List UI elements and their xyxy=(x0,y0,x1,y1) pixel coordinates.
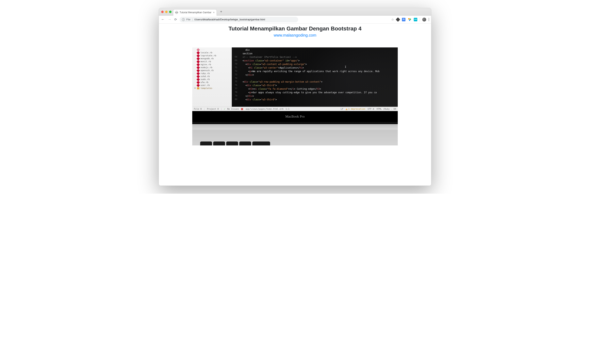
ruby-icon xyxy=(197,57,200,60)
minimize-window-button[interactable] xyxy=(165,11,168,13)
line-number: 74 xyxy=(232,77,240,80)
file-label: locale.rb xyxy=(201,51,212,54)
code-line: section> xyxy=(232,52,398,55)
code-line: 75 <div class="w3-row-padding w3-margin-… xyxy=(232,80,398,84)
file-label: sshd.rb xyxy=(201,75,210,78)
tree-file: ufw.rb xyxy=(192,81,232,84)
ruby-icon xyxy=(197,54,200,57)
line-number: 80 xyxy=(232,98,240,101)
code-line: 71 <h1 class="w3-center">Applications</h… xyxy=(232,66,398,70)
ruby-icon xyxy=(197,75,200,78)
laptop-keyboard xyxy=(192,130,398,145)
ruby-icon xyxy=(197,63,200,66)
tree-file: monit.rb xyxy=(192,60,232,63)
extension-confetti-icon[interactable] xyxy=(408,18,411,21)
chevron-down-icon xyxy=(194,88,196,89)
titlebar: Tutorial Menampilkan Gambar × + xyxy=(159,8,431,16)
ruby-icon xyxy=(197,60,200,63)
toolbar-right: ☆ Fl TFF xyxy=(391,18,429,21)
square-icon xyxy=(241,108,243,110)
maximize-window-button[interactable] xyxy=(169,11,171,13)
page-content: Tutorial Menampilkan Gambar Dengan Boots… xyxy=(159,24,431,186)
laptop-brand: MacBook Pro xyxy=(285,115,305,119)
new-tab-button[interactable]: + xyxy=(218,9,224,15)
profile-avatar[interactable] xyxy=(422,18,426,21)
file-label: nodejs.rb xyxy=(201,66,212,69)
tree-file: nginx.rb xyxy=(192,63,232,66)
content-image: ——— locale.rblogrotate.rbmongodb.rbmonit… xyxy=(192,47,398,145)
status-lang: HTML (Ruby - ER xyxy=(377,108,396,110)
site-info-icon[interactable]: i xyxy=(182,18,185,21)
code-line: 79 </div> xyxy=(232,94,398,98)
folder-label: templates xyxy=(201,87,212,90)
tree-file: nodejs.rb xyxy=(192,66,232,69)
editor-status-bar: File 0| Project 0| ✓ No Issues app/views… xyxy=(192,107,398,111)
ruby-icon xyxy=(197,69,200,72)
text-cursor-icon: I xyxy=(345,65,346,69)
file-label: monit.rb xyxy=(201,60,211,63)
status-issues: ✓ No Issues xyxy=(224,108,239,110)
photo-laptop: ——— locale.rblogrotate.rbmongodb.rbmonit… xyxy=(192,47,398,145)
line-number: 73 xyxy=(232,73,240,77)
code-line: 77 <h3><i class="fa fa-diamond"></i> Cut… xyxy=(232,87,398,91)
status-project: Project 0 xyxy=(207,108,219,110)
code-line: 78 <p>Our apps always stay cutting-edge … xyxy=(232,91,398,94)
browser-menu-button[interactable] xyxy=(428,18,429,21)
reload-button[interactable]: ⟳ xyxy=(174,18,177,21)
window-controls xyxy=(161,11,171,13)
line-number xyxy=(232,52,240,55)
editor-code-area: I div> section>68 <!-- Container (Portfo… xyxy=(232,47,398,107)
laptop-hinge xyxy=(192,122,398,124)
file-label: logrotate.rb xyxy=(201,54,216,57)
url-scheme: File xyxy=(186,18,190,21)
line-number: 70 xyxy=(232,62,240,66)
line-number: 77 xyxy=(232,87,240,91)
close-tab-button[interactable]: × xyxy=(213,11,214,14)
close-window-button[interactable] xyxy=(161,11,164,13)
code-line: 70 <div class="w3-content w3-padding-xxl… xyxy=(232,62,398,66)
line-number: 71 xyxy=(232,66,240,70)
line-number: 79 xyxy=(232,94,240,98)
extension-icon[interactable] xyxy=(396,17,400,22)
line-number xyxy=(232,48,240,52)
browser-tab[interactable]: Tutorial Menampilkan Gambar × xyxy=(173,9,217,16)
globe-icon xyxy=(175,11,178,14)
tree-file: sshd.rb xyxy=(192,75,232,78)
ruby-icon xyxy=(197,51,200,54)
site-link[interactable]: www.malasngoding.com xyxy=(159,33,431,38)
separator xyxy=(420,18,420,21)
line-number: 68 xyxy=(232,55,240,59)
tree-file: user.rb xyxy=(192,84,232,87)
extension-tff-icon[interactable]: TFF xyxy=(414,18,417,21)
file-label: ruby.rb xyxy=(201,72,210,75)
code-line: 80 <div class="w3-third"> xyxy=(232,98,398,101)
line-number: 76 xyxy=(232,84,240,87)
tab-title: Tutorial Menampilkan Gambar xyxy=(180,11,211,14)
forward-button[interactable]: → xyxy=(168,17,171,21)
code-line: div> xyxy=(232,48,398,52)
file-label: sudo.rb xyxy=(201,78,210,81)
check-icon: ✓ xyxy=(224,108,226,110)
laptop-body xyxy=(192,124,398,130)
warning-icon xyxy=(346,108,348,110)
status-line-ending: LF xyxy=(341,108,343,110)
extension-fl-icon[interactable]: Fl xyxy=(402,18,405,21)
ruby-icon xyxy=(197,66,200,69)
status-encoding: UTF-8 xyxy=(368,108,374,110)
address-bar[interactable]: i File | /Users/dikialfarabihadi/Desktop… xyxy=(180,17,298,22)
browser-toolbar: ← → ⟳ i File | /Users/dikialfarabihadi/D… xyxy=(159,16,431,24)
status-pos: 1:1 xyxy=(285,108,290,110)
back-button[interactable]: ← xyxy=(161,17,165,21)
code-line: 74 xyxy=(232,77,398,80)
bookmark-star-icon[interactable]: ☆ xyxy=(391,18,394,21)
ruby-icon xyxy=(197,48,200,51)
file-label: ufw.rb xyxy=(201,81,208,84)
status-deprecation: 1 deprecation xyxy=(346,108,365,110)
tree-file: openssh.rb xyxy=(192,69,232,72)
file-label: mongodb.rb xyxy=(201,57,214,60)
code-line: 73 </div> xyxy=(232,73,398,77)
page-heading: Tutorial Menampilkan Gambar Dengan Boots… xyxy=(159,26,431,32)
code-line: 72 <p>We are rapidly enriching the range… xyxy=(232,70,398,73)
line-number: 72 xyxy=(232,70,240,73)
line-number: 75 xyxy=(232,80,240,84)
